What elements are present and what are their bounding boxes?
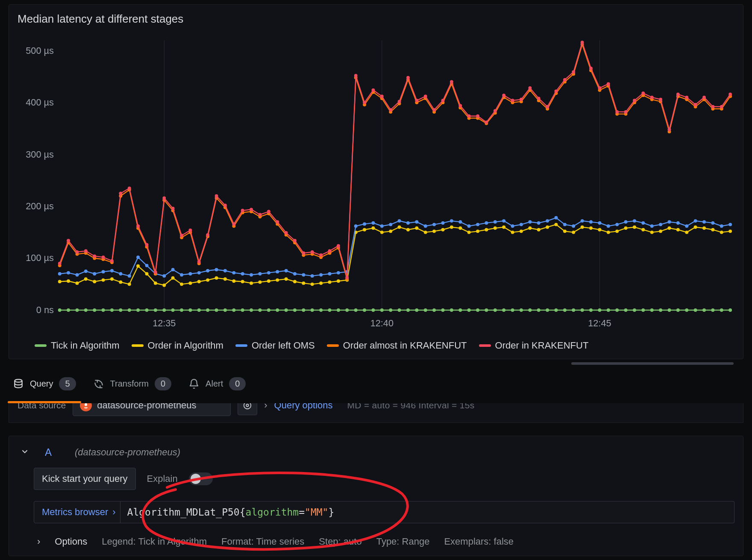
svg-text:200 µs: 200 µs <box>26 201 54 211</box>
chevron-right-icon: › <box>264 403 267 411</box>
svg-point-107 <box>206 279 209 282</box>
explain-label: Explain <box>147 473 178 484</box>
svg-point-394 <box>668 128 671 131</box>
svg-point-19 <box>119 308 122 312</box>
tab-query-count: 5 <box>59 377 76 390</box>
legend-item[interactable]: Order almost in KRAKENFUT <box>327 340 467 351</box>
svg-point-385 <box>589 67 593 70</box>
legend-item[interactable]: Order left OMS <box>235 340 315 351</box>
svg-point-227 <box>572 224 575 228</box>
svg-point-61 <box>485 308 488 312</box>
legend-item[interactable]: Order in Algorithm <box>132 340 223 351</box>
legend-item[interactable]: Tick in Algorithm <box>35 340 120 351</box>
options-type: Type: Range <box>376 536 430 547</box>
svg-point-82 <box>668 308 671 312</box>
svg-point-26 <box>180 308 183 312</box>
svg-text:12:45: 12:45 <box>588 318 611 328</box>
svg-point-157 <box>641 228 645 232</box>
svg-point-21 <box>136 308 140 312</box>
svg-point-195 <box>293 272 297 276</box>
svg-point-176 <box>128 274 131 278</box>
svg-point-31 <box>223 308 227 312</box>
svg-point-92 <box>76 281 79 285</box>
datasource-select[interactable]: datasource-prometheus <box>73 403 231 416</box>
svg-point-12 <box>58 308 62 312</box>
svg-point-209 <box>415 220 418 224</box>
promql-query-input[interactable]: Algorithm_MDLat_P50{algorithm="MM"} <box>120 501 734 523</box>
svg-point-382 <box>563 78 567 82</box>
svg-point-202 <box>354 224 358 228</box>
svg-point-105 <box>188 281 192 285</box>
explain-toggle[interactable] <box>189 472 213 485</box>
svg-text:400 µs: 400 µs <box>26 97 54 108</box>
chevron-right-icon[interactable]: › <box>37 536 40 547</box>
svg-point-335 <box>154 270 157 274</box>
legend-scrollbar[interactable] <box>571 362 734 365</box>
svg-point-14 <box>76 308 79 312</box>
svg-point-214 <box>458 220 462 224</box>
metrics-browser-button[interactable]: Metrics browser › <box>34 501 120 523</box>
svg-point-372 <box>476 114 479 118</box>
svg-point-355 <box>328 249 332 253</box>
tab-transform[interactable]: Transform 0 <box>93 377 172 403</box>
svg-point-144 <box>528 226 532 230</box>
svg-text:500 µs: 500 µs <box>26 45 54 56</box>
svg-point-166 <box>720 231 723 234</box>
svg-point-175 <box>119 272 122 276</box>
svg-point-370 <box>458 104 462 107</box>
datasource-settings-button[interactable] <box>238 403 257 415</box>
svg-point-220 <box>511 224 514 228</box>
svg-point-63 <box>502 308 505 312</box>
svg-point-383 <box>572 70 575 74</box>
svg-point-121 <box>328 280 332 284</box>
svg-point-225 <box>555 216 558 220</box>
svg-point-183 <box>188 272 192 276</box>
tab-transform-count: 0 <box>155 377 171 390</box>
svg-point-167 <box>728 229 732 233</box>
svg-point-22 <box>145 308 149 312</box>
svg-point-155 <box>624 226 628 230</box>
svg-point-78 <box>633 308 636 312</box>
svg-point-24 <box>162 308 166 312</box>
svg-point-245 <box>728 223 732 226</box>
svg-point-145 <box>537 228 540 232</box>
svg-point-43 <box>328 308 332 312</box>
svg-point-15 <box>84 308 88 312</box>
svg-point-165 <box>711 228 714 232</box>
svg-point-374 <box>494 109 497 113</box>
svg-point-241 <box>694 219 697 223</box>
svg-point-339 <box>188 229 192 232</box>
prometheus-icon <box>80 403 92 411</box>
svg-point-106 <box>197 280 201 283</box>
svg-point-84 <box>685 308 688 312</box>
svg-point-345 <box>241 209 244 212</box>
options-label[interactable]: Options <box>55 536 87 547</box>
svg-point-354 <box>319 253 323 257</box>
query-options-link[interactable]: Query options <box>274 403 333 411</box>
svg-point-192 <box>267 271 270 275</box>
options-exemplars: Exemplars: false <box>444 536 514 547</box>
kick-start-query-button[interactable]: Kick start your query <box>34 468 136 490</box>
svg-point-95 <box>102 279 105 282</box>
legend-item[interactable]: Order in KRAKENFUT <box>479 340 589 351</box>
svg-point-384 <box>581 41 584 44</box>
svg-point-131 <box>415 226 418 230</box>
query-editor-a: A (datasource-prometheus) Kick start you… <box>9 436 743 556</box>
svg-point-203 <box>363 222 366 226</box>
collapse-query-button[interactable] <box>20 447 32 458</box>
tab-alert-label: Alert <box>206 379 223 389</box>
svg-point-215 <box>467 224 471 228</box>
svg-point-336 <box>162 196 166 200</box>
svg-point-53 <box>415 308 418 312</box>
chart-area[interactable]: 12:3512:4012:450 ns100 µs200 µs300 µs400… <box>18 30 734 333</box>
svg-point-369 <box>450 80 453 84</box>
tab-alert[interactable]: Alert 0 <box>188 377 246 403</box>
svg-point-221 <box>520 223 523 226</box>
tab-query[interactable]: Query 5 <box>13 377 76 403</box>
svg-point-243 <box>711 221 714 225</box>
svg-point-89 <box>728 308 732 312</box>
query-brace-open: { <box>240 507 246 518</box>
svg-point-399 <box>711 105 714 108</box>
svg-point-219 <box>502 219 505 223</box>
svg-point-200 <box>337 271 340 275</box>
